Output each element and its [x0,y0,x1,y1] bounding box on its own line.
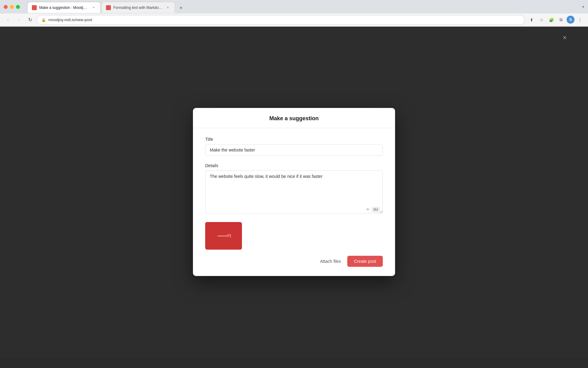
new-tab-button[interactable]: + [177,4,185,12]
title-input[interactable] [205,144,383,156]
menu-button[interactable]: ⋮ [576,16,584,24]
tab-label-1: Make a suggestion · Moodjoy · [39,6,89,10]
title-label: Title [205,137,383,142]
browser-title-bar: Make a suggestion · Moodjoy · × Formatti… [0,0,588,13]
bookmark-button[interactable]: ☆ [537,16,546,24]
reload-button[interactable]: ↻ [26,16,34,24]
attach-files-button[interactable]: Attach files [319,256,342,266]
tab-collapse-icon: ▾ [582,4,584,9]
details-form-group: Details The website feels quite slow, it… [205,163,383,215]
tab-favicon-1 [32,5,37,10]
window-minimize-button[interactable] [10,5,14,9]
sidebar-button[interactable]: ⧉ [557,16,565,24]
textarea-wrapper: The website feels quite slow, it would b… [205,171,383,215]
tab-close-1[interactable]: × [91,5,96,10]
modal-header: Make a suggestion [193,108,395,128]
window-close-button[interactable] [4,5,8,9]
modal-title: Make a suggestion [202,115,386,122]
details-label: Details [205,163,383,168]
browser-toolbar: ‹ › ↻ 🔒 moodjoy.nolt.io/new-post ⬆ ☆ 🧩 ⧉… [0,13,588,26]
toolbar-actions: ⬆ ☆ 🧩 ⧉ S ⋮ [527,16,584,24]
tab-label-2: Formatting text with Markdow... [113,6,163,10]
markdown-badge: Md [372,207,380,212]
window-maximize-button[interactable] [16,5,20,9]
address-text: moodjoy.nolt.io/new-post [48,17,520,22]
image-loading-indicator [217,236,230,236]
profile-avatar[interactable]: S [567,16,575,24]
back-button[interactable]: ‹ [4,16,12,24]
details-textarea[interactable]: The website feels quite slow, it would b… [205,171,383,213]
tab-close-2[interactable]: × [165,5,170,10]
tabs-bar: Make a suggestion · Moodjoy · × Formatti… [25,2,188,13]
title-form-group: Title [205,137,383,156]
share-button[interactable]: ⬆ [527,16,536,24]
page-close-button[interactable]: × [560,33,570,43]
eye-icon[interactable]: 👁 [366,207,370,212]
browser-chrome: Make a suggestion · Moodjoy · × Formatti… [0,0,588,27]
browser-tab-1[interactable]: Make a suggestion · Moodjoy · × [27,2,101,13]
forward-button[interactable]: › [15,16,23,24]
lock-icon: 🔒 [41,18,46,22]
modal-dialog: Make a suggestion Title Details The webs… [193,108,395,276]
modal-body: Title Details The website feels quite sl… [193,128,395,250]
create-post-button[interactable]: Create post [347,256,383,267]
address-bar[interactable]: 🔒 moodjoy.nolt.io/new-post [37,15,525,25]
textarea-toolbar: 👁 Md [366,207,380,212]
browser-tab-2[interactable]: Formatting text with Markdow... × [101,2,175,13]
extensions-button[interactable]: 🧩 [547,16,556,24]
modal-footer: Attach files Create post [193,250,395,267]
window-controls [4,5,20,9]
page-content: × Make a suggestion Title Details The we… [0,27,588,357]
tab-favicon-2 [106,5,111,10]
image-preview-thumbnail[interactable] [205,222,242,250]
